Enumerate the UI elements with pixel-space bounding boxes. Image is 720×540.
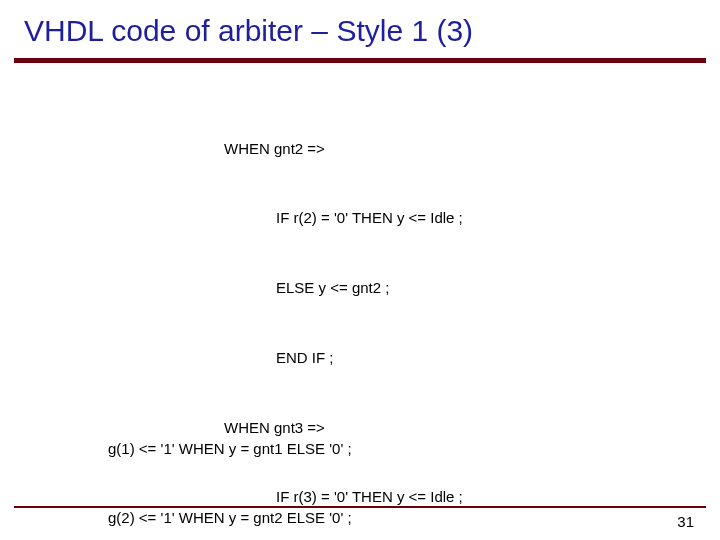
page-number: 31 xyxy=(677,513,694,530)
code-line: END IF ; xyxy=(56,346,463,369)
footer-rule xyxy=(14,506,706,508)
code-line: IF r(2) = '0' THEN y <= Idle ; xyxy=(56,206,463,229)
code-line: g(2) <= '1' WHEN y = gnt2 ELSE '0' ; xyxy=(56,506,352,529)
code-line: ELSE y <= gnt2 ; xyxy=(56,276,463,299)
code-line: g(1) <= '1' WHEN y = gnt1 ELSE '0' ; xyxy=(56,437,352,460)
code-block-lower: g(1) <= '1' WHEN y = gnt1 ELSE '0' ; g(2… xyxy=(56,390,352,540)
title-underline-wrap xyxy=(0,58,720,63)
slide-title: VHDL code of arbiter – Style 1 (3) xyxy=(0,0,720,54)
code-line: WHEN gnt2 => xyxy=(56,137,463,160)
title-underline xyxy=(14,58,706,63)
slide: VHDL code of arbiter – Style 1 (3) WHEN … xyxy=(0,0,720,540)
